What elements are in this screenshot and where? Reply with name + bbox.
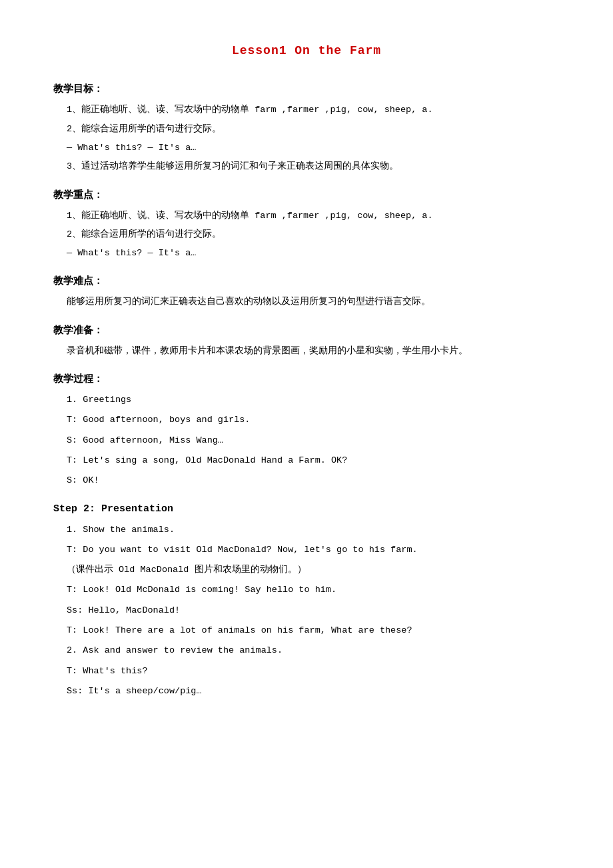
step2-item: T: Look! There are a lot of animals on h… — [67, 623, 560, 639]
step2-item: （课件出示 Old MacDonald 图片和农场里的动物们。） — [67, 562, 560, 578]
step2-item: T: What's this? — [67, 663, 560, 679]
key-point-1: 1、能正确地听、说、读、写农场中的动物单 farm ,farmer ,pig, … — [67, 208, 560, 224]
step2-item: 1. Show the animals. — [67, 522, 560, 538]
teaching-goals-section: 教学目标： 1、能正确地听、说、读、写农场中的动物单 farm ,farmer … — [53, 80, 560, 175]
difficult-content: 能够运用所复习的词汇来正确表达自己喜欢的动物以及运用所复习的句型进行语言交际。 — [67, 294, 560, 310]
process-heading: 教学过程： — [53, 370, 560, 388]
goal-1: 1、能正确地听、说、读、写农场中的动物单 farm ,farmer ,pig, … — [67, 102, 560, 118]
difficult-section: 教学难点： 能够运用所复习的词汇来正确表达自己喜欢的动物以及运用所复习的句型进行… — [53, 272, 560, 310]
process-item: 1. Greetings — [67, 392, 560, 408]
step2-item: 2. Ask and answer to review the animals. — [67, 643, 560, 659]
step2-item: T: Do you want to visit Old MacDonald? N… — [67, 542, 560, 558]
goal-dialog-1: — What's this? — It's a… — [67, 140, 560, 156]
teaching-goals-heading: 教学目标： — [53, 80, 560, 98]
process-item: T: Good afternoon, boys and girls. — [67, 412, 560, 428]
step2-item: Ss: It's a sheep/cow/pig… — [67, 683, 560, 699]
page-title: Lesson1 On the Farm — [53, 40, 560, 61]
prep-section: 教学准备： 录音机和磁带，课件，教师用卡片和本课农场的背景图画，奖励用的小星和实… — [53, 321, 560, 359]
goal-2: 2、能综合运用所学的语句进行交际。 — [67, 121, 560, 137]
key-points-heading: 教学重点： — [53, 186, 560, 204]
key-dialog: — What's this? — It's a… — [67, 245, 560, 261]
step2-item: Ss: Hello, MacDonald! — [67, 603, 560, 619]
process-section: 教学过程： 1. GreetingsT: Good afternoon, boy… — [53, 370, 560, 489]
key-points-section: 教学重点： 1、能正确地听、说、读、写农场中的动物单 farm ,farmer … — [53, 186, 560, 262]
prep-content: 录音机和磁带，课件，教师用卡片和本课农场的背景图画，奖励用的小星和实物，学生用小… — [67, 343, 560, 359]
step2-heading: Step 2: Presentation — [53, 500, 560, 518]
process-item: S: Good afternoon, Miss Wang… — [67, 433, 560, 449]
process-item: S: OK! — [67, 473, 560, 489]
goal-3: 3、通过活动培养学生能够运用所复习的词汇和句子来正确表达周围的具体实物。 — [67, 159, 560, 175]
prep-heading: 教学准备： — [53, 321, 560, 339]
step2-section: Step 2: Presentation 1. Show the animals… — [53, 500, 560, 700]
difficult-heading: 教学难点： — [53, 272, 560, 290]
step2-item: T: Look! Old McDonald is coming! Say hel… — [67, 582, 560, 598]
key-point-2: 2、能综合运用所学的语句进行交际。 — [67, 227, 560, 243]
process-item: T: Let's sing a song, Old MacDonald Hand… — [67, 453, 560, 469]
